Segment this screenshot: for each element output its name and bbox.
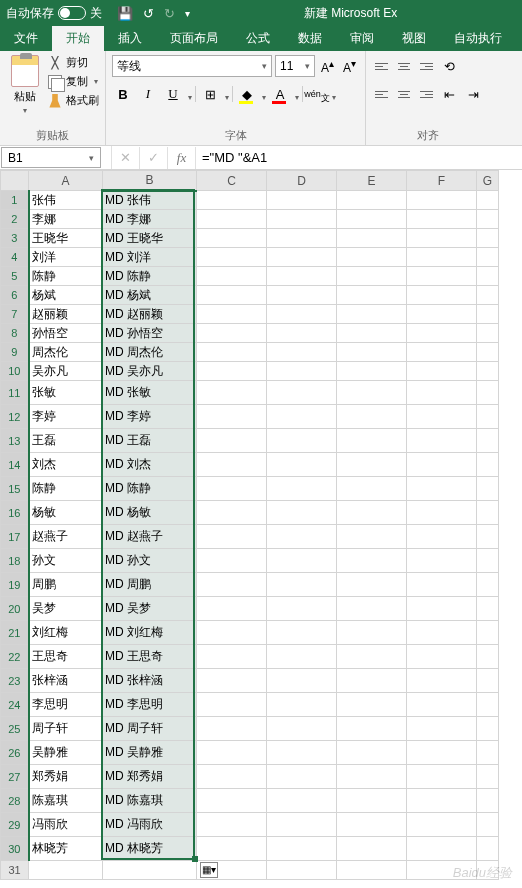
name-box[interactable]: B1▾ xyxy=(1,147,101,168)
undo-icon[interactable]: ↺ xyxy=(143,6,154,21)
cell[interactable] xyxy=(477,405,499,429)
cell[interactable] xyxy=(477,343,499,362)
cell[interactable]: 赵燕子 xyxy=(29,525,103,549)
cell[interactable] xyxy=(197,789,267,813)
cell[interactable] xyxy=(197,305,267,324)
cell[interactable]: MD 李思明 xyxy=(103,693,197,717)
cell[interactable] xyxy=(197,525,267,549)
cell[interactable] xyxy=(337,837,407,861)
cell[interactable] xyxy=(197,693,267,717)
cell[interactable] xyxy=(337,741,407,765)
row-header[interactable]: 2 xyxy=(1,210,29,229)
cell[interactable] xyxy=(197,621,267,645)
tab-自动执行[interactable]: 自动执行 xyxy=(440,26,516,51)
cell[interactable] xyxy=(267,501,337,525)
cell[interactable]: 李娜 xyxy=(29,210,103,229)
chevron-down-icon[interactable]: ▾ xyxy=(225,93,229,105)
cell[interactable] xyxy=(407,453,477,477)
cell[interactable]: 郑秀娟 xyxy=(29,765,103,789)
cell[interactable] xyxy=(267,210,337,229)
cell[interactable]: MD 郑秀娟 xyxy=(103,765,197,789)
cell[interactable] xyxy=(337,717,407,741)
cell[interactable]: 吴静雅 xyxy=(29,741,103,765)
cell[interactable] xyxy=(477,861,499,880)
cell[interactable] xyxy=(477,669,499,693)
cell[interactable] xyxy=(477,765,499,789)
cell[interactable] xyxy=(477,549,499,573)
cell[interactable] xyxy=(477,210,499,229)
cell[interactable]: 王思奇 xyxy=(29,645,103,669)
cell[interactable]: 吴亦凡 xyxy=(29,362,103,381)
cell[interactable] xyxy=(407,477,477,501)
fill-handle[interactable] xyxy=(192,856,198,862)
cell[interactable] xyxy=(407,741,477,765)
row-header[interactable]: 23 xyxy=(1,669,29,693)
cell[interactable] xyxy=(477,324,499,343)
column-header-C[interactable]: C xyxy=(197,171,267,191)
row-header[interactable]: 11 xyxy=(1,381,29,405)
italic-button[interactable]: I xyxy=(137,83,159,105)
cell[interactable]: MD 孙悟空 xyxy=(103,324,197,343)
cell[interactable] xyxy=(337,549,407,573)
cell[interactable]: MD 刘洋 xyxy=(103,248,197,267)
cell[interactable] xyxy=(337,229,407,248)
cell[interactable] xyxy=(197,765,267,789)
cell[interactable]: 杨斌 xyxy=(29,286,103,305)
cell[interactable] xyxy=(267,248,337,267)
row-header[interactable]: 28 xyxy=(1,789,29,813)
cell[interactable] xyxy=(407,597,477,621)
cell[interactable] xyxy=(407,248,477,267)
cell[interactable] xyxy=(197,573,267,597)
cell[interactable]: MD 王晓华 xyxy=(103,229,197,248)
cell[interactable] xyxy=(407,573,477,597)
cell[interactable] xyxy=(407,343,477,362)
cell[interactable] xyxy=(477,191,499,210)
cell[interactable] xyxy=(477,813,499,837)
cell[interactable]: MD 李婷 xyxy=(103,405,197,429)
cell[interactable] xyxy=(267,525,337,549)
increase-indent-button[interactable]: ⇥ xyxy=(462,83,484,105)
cell[interactable] xyxy=(337,453,407,477)
cell[interactable] xyxy=(267,343,337,362)
cell[interactable] xyxy=(337,362,407,381)
tab-数据[interactable]: 数据 xyxy=(284,26,336,51)
row-header[interactable]: 1 xyxy=(1,191,29,210)
row-header[interactable]: 17 xyxy=(1,525,29,549)
cell[interactable] xyxy=(267,861,337,880)
align-right-button[interactable] xyxy=(416,84,436,104)
cell[interactable]: 周鹏 xyxy=(29,573,103,597)
cell[interactable] xyxy=(267,741,337,765)
cell[interactable] xyxy=(197,813,267,837)
cell[interactable] xyxy=(337,477,407,501)
cell[interactable] xyxy=(267,717,337,741)
bold-button[interactable]: B xyxy=(112,83,134,105)
row-header[interactable]: 10 xyxy=(1,362,29,381)
copy-button[interactable]: 复制▾ xyxy=(48,74,99,89)
font-color-button[interactable]: A xyxy=(269,83,291,105)
cell[interactable] xyxy=(407,789,477,813)
cell[interactable] xyxy=(267,837,337,861)
accept-formula-button[interactable]: ✓ xyxy=(140,147,168,169)
cell[interactable] xyxy=(407,765,477,789)
cell[interactable] xyxy=(197,362,267,381)
cell[interactable]: MD 吴静雅 xyxy=(103,741,197,765)
cell[interactable] xyxy=(197,717,267,741)
row-header[interactable]: 18 xyxy=(1,549,29,573)
cell[interactable]: MD 刘杰 xyxy=(103,453,197,477)
phonetic-button[interactable]: wén文 xyxy=(306,83,328,105)
cell[interactable] xyxy=(337,429,407,453)
cell[interactable] xyxy=(197,405,267,429)
cell[interactable] xyxy=(477,501,499,525)
cell[interactable] xyxy=(197,210,267,229)
row-header[interactable]: 9 xyxy=(1,343,29,362)
cell[interactable]: MD 李娜 xyxy=(103,210,197,229)
align-middle-button[interactable] xyxy=(394,56,414,76)
cell[interactable] xyxy=(267,229,337,248)
cell[interactable] xyxy=(337,501,407,525)
cell[interactable]: MD 王思奇 xyxy=(103,645,197,669)
cell[interactable]: 张敏 xyxy=(29,381,103,405)
row-header[interactable]: 19 xyxy=(1,573,29,597)
cell[interactable] xyxy=(477,645,499,669)
cell[interactable] xyxy=(197,645,267,669)
cell[interactable] xyxy=(407,861,477,880)
